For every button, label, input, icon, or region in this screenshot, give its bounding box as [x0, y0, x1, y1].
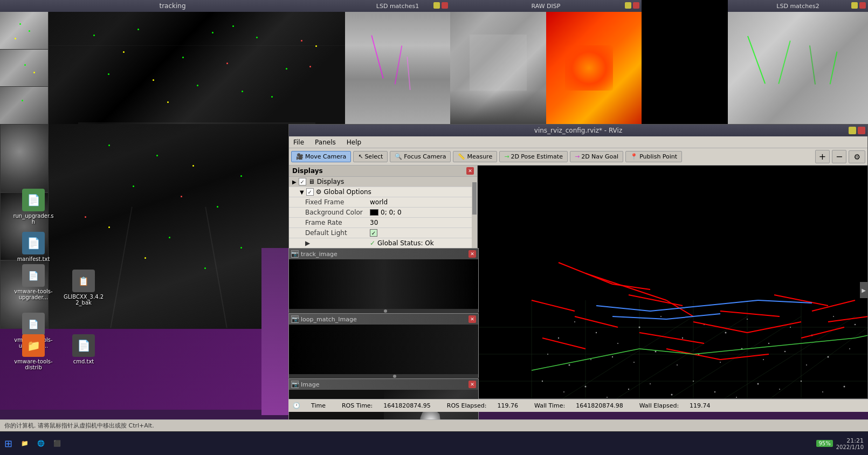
vmware1-icon: 📄 — [22, 264, 45, 287]
toolbar-select[interactable]: ↖ Select — [353, 151, 388, 162]
toolbar-minus[interactable]: − — [832, 150, 846, 163]
svg-point-15 — [558, 337, 559, 339]
frame-rate-value[interactable]: 30 — [370, 219, 378, 226]
lsd1-minimize[interactable] — [433, 2, 440, 9]
thumb-2 — [0, 50, 48, 87]
toolbar-focus-camera[interactable]: 🔍 Focus Camera — [390, 151, 451, 162]
displays-close-btn[interactable]: ✕ — [466, 167, 474, 175]
taskbar-browser[interactable]: 🌐 — [33, 438, 49, 449]
track-image-slider[interactable] — [289, 309, 478, 313]
global-options-checkbox[interactable]: ✓ — [306, 188, 314, 196]
display-root-item[interactable]: ▶ ✓ 🖥 Displays — [289, 177, 477, 187]
taskbar-start[interactable]: ⊞ — [0, 436, 17, 451]
time-label: Time — [311, 402, 326, 409]
tracking-feature-dots — [49, 12, 345, 124]
lsd-matches2-window[interactable]: LSD matches2 — [728, 0, 868, 124]
svg-point-38 — [720, 362, 721, 363]
raw-minimize[interactable] — [625, 2, 631, 9]
svg-point-29 — [855, 324, 856, 325]
toolbar-settings[interactable]: ⚙ — [849, 150, 865, 163]
svg-line-87 — [693, 349, 747, 354]
raw-close[interactable] — [633, 2, 639, 9]
lsd2-minimize[interactable] — [851, 2, 858, 9]
bg-color-value[interactable]: 0; 0; 0 — [370, 209, 402, 216]
loop-match-close[interactable]: ✕ — [469, 315, 476, 323]
loop-match-slider[interactable] — [289, 374, 478, 378]
menu-help[interactable]: Help — [345, 137, 363, 147]
3d-visualization: + — [478, 166, 867, 398]
toolbar-pose-estimate[interactable]: → 2D Pose Estimate — [499, 151, 568, 162]
toolbar-publish-point[interactable]: 📍 Publish Point — [625, 151, 682, 162]
global-options-arrow: ▼ — [300, 189, 304, 195]
toolbar-plus[interactable]: + — [815, 150, 830, 163]
loop-match-icon: 📷 — [291, 315, 299, 323]
glibcxx-icon: 📋 — [72, 270, 95, 292]
terminal-icon: ⬛ — [53, 440, 61, 447]
image1-close[interactable]: ✕ — [469, 381, 476, 388]
loop-slider-thumb[interactable] — [393, 375, 396, 378]
tracking-window[interactable]: tracking — [0, 0, 345, 124]
global-options-item[interactable]: ▼ ✓ ⚙ Global Options — [289, 187, 477, 197]
lsd-matches1-window[interactable]: LSD matches1 — [345, 0, 450, 124]
run-upgrader-icon: 📄 — [22, 189, 45, 211]
lsd2-close[interactable] — [859, 2, 866, 9]
viewport-expand-btn[interactable]: ▶ — [860, 282, 867, 298]
svg-point-31 — [569, 364, 570, 366]
desktop-icon-glibcxx[interactable]: 📋 GLIBCXX_3.4.22_bak — [62, 270, 105, 306]
svg-point-41 — [784, 351, 786, 352]
taskbar-terminal[interactable]: ⬛ — [49, 438, 65, 449]
svg-point-16 — [574, 321, 575, 322]
svg-point-56 — [779, 389, 780, 390]
svg-point-28 — [833, 316, 834, 317]
pose-estimate-icon: → — [504, 153, 509, 160]
raw-disp-titlebar: RAW DISP — [450, 0, 642, 12]
rviz-close-btn[interactable] — [858, 127, 865, 134]
lsd1-close[interactable] — [442, 2, 448, 9]
track-image-close[interactable]: ✕ — [469, 250, 476, 258]
wall-time-value: 1641820874.98 — [576, 402, 623, 409]
loop-match-header: 📷 loop_match_Image ✕ — [289, 314, 478, 325]
select-label: Select — [364, 153, 383, 160]
status-message: 你的计算机. 请将鼠标指针从虚拟机中移出或按 Ctrl+Alt. — [4, 422, 154, 430]
tracking-title: tracking — [159, 2, 185, 10]
desktop-icon-vmware-distrib[interactable]: 📁 vmware-tools-distrib — [12, 334, 55, 370]
displays-label: Displays — [317, 178, 474, 185]
raw-disp-window[interactable]: RAW DISP — [450, 0, 642, 124]
default-light-checkbox[interactable]: ✓ — [370, 229, 377, 237]
track-slider-thumb[interactable] — [384, 309, 387, 313]
scrollbar-thumb[interactable] — [472, 182, 477, 215]
lsd2-titlebar: LSD matches2 — [728, 0, 868, 12]
toolbar-move-camera[interactable]: 🎥 Move Camera — [291, 151, 351, 162]
track-image-header: 📷 track_image ✕ — [289, 249, 478, 259]
wall-time-label: Wall Time: — [534, 402, 565, 409]
svg-point-19 — [639, 327, 640, 328]
taskbar-files[interactable]: 📁 — [17, 438, 33, 449]
fixed-frame-value[interactable]: world — [370, 198, 388, 206]
camera-feeds-area: tracking — [0, 0, 868, 124]
desktop-icon-cmd[interactable]: 📄 cmd.txt — [62, 334, 105, 364]
rviz-titlebar: vins_rviz_config.rviz* - RViz — [289, 125, 867, 136]
wall-elapsed-value: 119.74 — [690, 402, 711, 409]
ros-time-value: 1641820874.95 — [383, 402, 430, 409]
rviz-3d-viewport[interactable]: + ▶ — [478, 166, 867, 398]
desktop-icon-manifest[interactable]: 📄 manifest.txt — [12, 232, 55, 262]
desktop-icon-vmware1[interactable]: 📄 vmware-tools-upgrader... — [12, 264, 55, 300]
menu-panels[interactable]: Panels — [313, 137, 338, 147]
svg-point-35 — [655, 351, 657, 353]
rviz-minimize-btn[interactable] — [849, 127, 856, 134]
default-light-value[interactable]: ✓ — [370, 229, 377, 237]
desktop-icon-run-upgrader[interactable]: 📄 run_upgrader.sh — [12, 189, 55, 225]
svg-point-53 — [714, 391, 715, 392]
fixed-frame-item: Fixed Frame world — [289, 197, 477, 208]
displays-checkbox[interactable]: ✓ — [299, 178, 306, 185]
start-icon: ⊞ — [4, 438, 12, 449]
toolbar-measure[interactable]: 📏 Measure — [453, 151, 497, 162]
taskbar-datetime: 21:21 2022/1/10 — [836, 437, 864, 450]
toolbar-nav-goal[interactable]: → 2D Nav Goal — [570, 151, 623, 162]
raw-disp-title: RAW DISP — [532, 3, 561, 10]
loop-match-body — [289, 325, 478, 378]
menu-file[interactable]: File — [291, 137, 306, 147]
browser-icon: 🌐 — [37, 440, 45, 447]
bg-color-swatch[interactable] — [370, 209, 378, 216]
svg-line-78 — [596, 306, 650, 311]
